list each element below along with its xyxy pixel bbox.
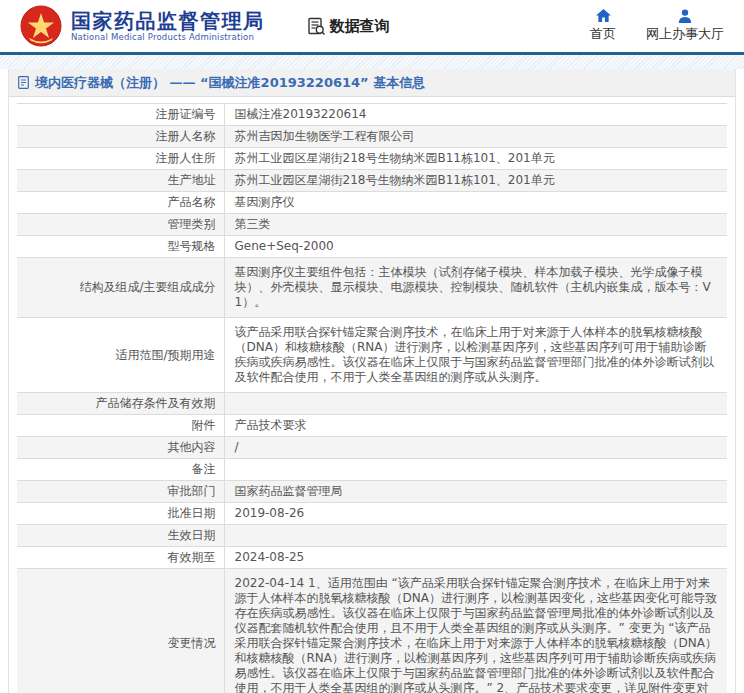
row-label: 结构及组成/主要组成成分 <box>17 258 224 318</box>
table-row: 产品储存条件及有效期 <box>17 393 727 415</box>
table-row: 管理类别第三类 <box>17 214 727 236</box>
row-label: 产品名称 <box>17 192 224 214</box>
table-row: 审批部门国家药品监督管理局 <box>17 481 727 503</box>
table-row: 注册人住所苏州工业园区星湖街218号生物纳米园B11栋101、201单元 <box>17 148 727 170</box>
nav-data-query[interactable]: 数据查询 <box>307 17 390 36</box>
row-value: / <box>224 437 727 459</box>
row-label: 其他内容 <box>17 437 224 459</box>
org-names: 国家药品监督管理局 National Medical Products Admi… <box>71 10 265 42</box>
document-icon <box>18 76 29 89</box>
row-label: 批准日期 <box>17 503 224 525</box>
row-value: 2019-08-26 <box>224 503 727 525</box>
striped-band <box>0 55 744 69</box>
row-label: 有效期至 <box>17 547 224 569</box>
row-label: 变更情况 <box>17 569 224 693</box>
table-row: 注册人名称苏州吉因加生物医学工程有限公司 <box>17 126 727 148</box>
org-name-zh: 国家药品监督管理局 <box>71 10 265 32</box>
nav-home[interactable]: 首页 <box>590 9 616 43</box>
table-row: 其他内容/ <box>17 437 727 459</box>
site-header: 国家药品监督管理局 National Medical Products Admi… <box>0 0 744 55</box>
nav-home-label: 首页 <box>590 25 616 43</box>
table-row: 产品名称基因测序仪 <box>17 192 727 214</box>
title-bar: 境内医疗器械（注册） —— “国械注准20193220614” 基本信息 <box>9 69 735 97</box>
table-row: 备注 <box>17 459 727 481</box>
row-label: 备注 <box>17 459 224 481</box>
row-value <box>224 525 727 547</box>
nav-hall-label: 网上办事大厅 <box>646 25 724 43</box>
row-value <box>224 393 727 415</box>
row-label: 注册证编号 <box>17 104 224 126</box>
nav-service-hall[interactable]: 网上办事大厅 <box>646 9 724 43</box>
row-value: 国家药品监督管理局 <box>224 481 727 503</box>
row-value: 产品技术要求 <box>224 415 727 437</box>
row-value: 2024-08-25 <box>224 547 727 569</box>
row-label: 适用范围/预期用途 <box>17 318 224 393</box>
row-label: 生效日期 <box>17 525 224 547</box>
row-label: 注册人住所 <box>17 148 224 170</box>
row-value: Gene+Seq-2000 <box>224 236 727 258</box>
org-name-en: National Medical Products Administration <box>71 32 265 42</box>
row-label: 管理类别 <box>17 214 224 236</box>
row-label: 产品储存条件及有效期 <box>17 393 224 415</box>
data-query-icon <box>307 17 326 36</box>
page-title: 境内医疗器械（注册） —— “国械注准20193220614” 基本信息 <box>35 74 425 92</box>
row-label: 生产地址 <box>17 170 224 192</box>
table-row: 有效期至2024-08-25 <box>17 547 727 569</box>
national-emblem-icon <box>20 5 62 47</box>
row-value: 基因测序仪 <box>224 192 727 214</box>
table-row: 变更情况2022-04-14 1、适用范围由 “该产品采用联合探针锚定聚合测序技… <box>17 569 727 693</box>
row-value: 苏州工业园区星湖街218号生物纳米园B11栋101、201单元 <box>224 148 727 170</box>
info-table: 注册证编号国械注准20193220614注册人名称苏州吉因加生物医学工程有限公司… <box>17 103 727 693</box>
row-value: 苏州吉因加生物医学工程有限公司 <box>224 126 727 148</box>
row-label: 注册人名称 <box>17 126 224 148</box>
content-panel: 境内医疗器械（注册） —— “国械注准20193220614” 基本信息 注册证… <box>8 69 736 693</box>
top-nav: 首页 网上办事大厅 <box>590 9 738 43</box>
home-icon <box>596 9 611 23</box>
table-row: 附件产品技术要求 <box>17 415 727 437</box>
person-icon <box>678 9 692 23</box>
table-row: 生产地址苏州工业园区星湖街218号生物纳米园B11栋101、201单元 <box>17 170 727 192</box>
row-label: 型号规格 <box>17 236 224 258</box>
row-label: 审批部门 <box>17 481 224 503</box>
table-row: 适用范围/预期用途该产品采用联合探针锚定聚合测序技术，在临床上用于对来源于人体样… <box>17 318 727 393</box>
data-query-label: 数据查询 <box>330 17 390 36</box>
row-value <box>224 459 727 481</box>
row-value: 国械注准20193220614 <box>224 104 727 126</box>
table-row: 注册证编号国械注准20193220614 <box>17 104 727 126</box>
row-value: 苏州工业园区星湖街218号生物纳米园B11栋101、201单元 <box>224 170 727 192</box>
row-value: 2022-04-14 1、适用范围由 “该产品采用联合探针锚定聚合测序技术，在临… <box>224 569 727 693</box>
table-row: 型号规格Gene+Seq-2000 <box>17 236 727 258</box>
table-row: 结构及组成/主要组成成分基因测序仪主要组件包括：主体模块（试剂存储子模块、样本加… <box>17 258 727 318</box>
table-row: 生效日期 <box>17 525 727 547</box>
row-value: 基因测序仪主要组件包括：主体模块（试剂存储子模块、样本加载子模块、光学成像子模块… <box>224 258 727 318</box>
table-row: 批准日期2019-08-26 <box>17 503 727 525</box>
nmpa-logo: 国家药品监督管理局 National Medical Products Admi… <box>20 5 265 47</box>
row-value: 该产品采用联合探针锚定聚合测序技术，在临床上用于对来源于人体样本的脱氧核糖核酸（… <box>224 318 727 393</box>
row-value: 第三类 <box>224 214 727 236</box>
row-label: 附件 <box>17 415 224 437</box>
